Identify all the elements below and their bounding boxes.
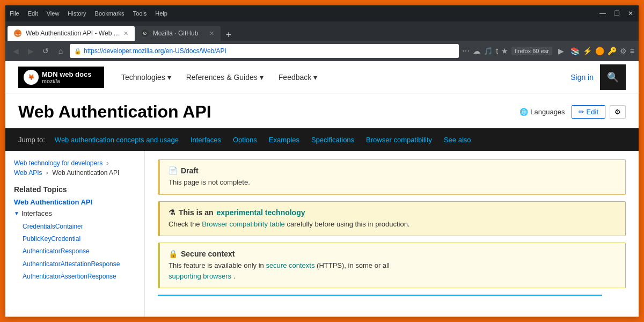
content-area: 📄 Draft This page is not complete. ⚗ Thi… <box>145 151 639 317</box>
page-title: Web Authentication API <box>18 102 211 122</box>
hamburger-icon[interactable]: ≡ <box>630 47 634 55</box>
menu-history[interactable]: History <box>68 10 86 17</box>
tab-2[interactable]: ⊙ Mozilla · GitHub ✕ <box>135 26 221 41</box>
breadcrumb-line2: Web APIs › Web Authentication API <box>14 169 136 177</box>
breadcrumb-parent[interactable]: Web technology for developers <box>14 159 103 167</box>
mdn-logo-icon: 🦊 <box>24 70 39 85</box>
tab-favicon-1: 🦊 <box>14 30 21 37</box>
supporting-browsers-link[interactable]: supporting browsers <box>169 272 231 280</box>
secure-context-title: 🔒 Secure context <box>169 250 617 258</box>
experimental-tech-link[interactable]: experimental technology <box>217 208 305 217</box>
menu-help[interactable]: Help <box>155 10 167 17</box>
tab-close-2[interactable]: ✕ <box>209 30 214 37</box>
sidebar-link-publickey[interactable]: PublicKeyCredential <box>14 233 136 245</box>
breadcrumb: Web technology for developers › <box>14 159 136 167</box>
mdn-nav: Technologies ▾ References & Guides ▾ Fee… <box>115 69 324 86</box>
key-icon[interactable]: 🔑 <box>608 47 617 55</box>
tab-icon[interactable]: t <box>496 47 498 55</box>
pocket-icon[interactable]: ☁ <box>473 47 480 55</box>
forward-button[interactable]: ▶ <box>25 47 36 55</box>
back-button[interactable]: ◀ <box>10 47 21 55</box>
minimize-button[interactable]: — <box>599 10 606 17</box>
url-text[interactable]: https://developer.mozilla.org/en-US/docs… <box>84 47 226 55</box>
sidebar-link-credentials[interactable]: CredentialsContainer <box>14 221 136 233</box>
jump-concepts[interactable]: Web authentication concepts and usage <box>50 136 183 144</box>
tab-1[interactable]: 🦊 Web Authentication API - Web ... ✕ <box>8 26 135 41</box>
page-title-area: Web Authentication API 🌐 Languages ✏ Edi… <box>5 93 639 128</box>
page-actions: 🌐 Languages ✏ Edit ⚙ <box>519 105 626 119</box>
chevron-down-icon: ▾ <box>167 73 171 82</box>
sign-in-button[interactable]: Sign in <box>570 73 594 82</box>
bookmark-icon[interactable]: ★ <box>501 47 508 55</box>
bolt-icon[interactable]: ⚡ <box>583 47 592 55</box>
maximize-button[interactable]: ❐ <box>613 10 620 17</box>
home-button[interactable]: ⌂ <box>55 47 67 55</box>
jump-to-label: Jump to: <box>18 136 45 144</box>
address-bar: ◀ ▶ ↺ ⌂ 🔒 https://developer.mozilla.org/… <box>5 41 639 61</box>
library-icon[interactable]: 📚 <box>570 47 580 55</box>
breadcrumb-apis[interactable]: Web APIs <box>14 169 42 177</box>
browser-compat-table-link[interactable]: Browser compatibility table <box>202 220 285 228</box>
address-actions: ⋯ ☁ 🎵 t ★ <box>462 47 508 55</box>
close-button[interactable]: ✕ <box>627 10 634 17</box>
menu-file[interactable]: File <box>10 10 19 17</box>
nav-technologies[interactable]: Technologies ▾ <box>115 69 178 86</box>
experimental-notice-title: ⚗ This is an experimental technology <box>169 208 617 217</box>
menu-bar[interactable]: File Edit View History Bookmarks Tools H… <box>10 10 167 17</box>
jump-specifications[interactable]: Specifications <box>307 136 358 144</box>
settings-button[interactable]: ⚙ <box>610 105 626 119</box>
ssl-lock-icon: 🔒 <box>74 48 82 55</box>
mdn-logo[interactable]: 🦊 MDN web docs mozi//a <box>18 67 104 88</box>
tab-favicon-2: ⊙ <box>141 30 149 37</box>
mdn-logo-text: MDN web docs mozi//a <box>42 70 91 84</box>
draft-notice-text: This page is not complete. <box>169 177 617 188</box>
sidebar-link-authenticator[interactable]: AuthenticatorResponse <box>14 245 136 258</box>
tab-bar: 🦊 Web Authentication API - Web ... ✕ ⊙ M… <box>5 21 639 41</box>
reload-button[interactable]: ↺ <box>40 47 52 55</box>
window-controls[interactable]: — ❐ ✕ <box>599 10 634 17</box>
new-tab-button[interactable]: + <box>223 30 235 41</box>
firefox-badge[interactable]: firefox 60 esr <box>511 47 552 55</box>
menu-edit[interactable]: Edit <box>28 10 38 17</box>
url-bar[interactable]: 🔒 https://developer.mozilla.org/en-US/do… <box>70 44 459 58</box>
gear-icon-page: ⚙ <box>614 108 621 116</box>
sidebar-interfaces-header: ▼ Interfaces <box>14 209 136 217</box>
breadcrumb-separator-1: › <box>107 159 109 167</box>
jump-options[interactable]: Options <box>229 136 261 144</box>
search-button[interactable]: 🔍 <box>600 64 626 90</box>
related-topics-title: Related Topics <box>14 185 136 194</box>
container2-icon[interactable]: 🟠 <box>595 47 604 55</box>
experimental-notice-text: Check the Browser compatibility table ca… <box>169 219 617 230</box>
jump-bar: Jump to: Web authentication concepts and… <box>5 128 639 151</box>
jump-browser-compat[interactable]: Browser compatibility <box>362 136 436 144</box>
jump-interfaces[interactable]: Interfaces <box>186 136 225 144</box>
expand-arrow-icon[interactable]: ▼ <box>14 210 19 216</box>
sidebar-link-assertion[interactable]: AuthenticatorAssertionResponse <box>14 270 136 283</box>
sidebar-link-attestation[interactable]: AuthenticatorAttestationResponse <box>14 258 136 270</box>
chevron-down-icon-3: ▾ <box>313 73 317 82</box>
flask-icon: ⚗ <box>169 208 175 217</box>
tab-label-2: Mozilla · GitHub <box>153 30 199 37</box>
gear-icon[interactable]: ⚙ <box>620 47 627 55</box>
menu-view[interactable]: View <box>47 10 60 17</box>
edit-button[interactable]: ✏ Edit <box>572 105 605 119</box>
nav-references[interactable]: References & Guides ▾ <box>180 69 270 86</box>
sidebar-web-auth-link[interactable]: Web Authentication API <box>14 198 136 206</box>
tab-close-1[interactable]: ✕ <box>123 30 128 37</box>
draft-icon: 📄 <box>169 166 178 175</box>
container-icon[interactable]: 🎵 <box>484 47 493 55</box>
pencil-icon: ✏ <box>579 108 584 116</box>
forward-nav[interactable]: ▶ <box>555 47 567 55</box>
nav-feedback[interactable]: Feedback ▾ <box>272 69 324 86</box>
languages-button[interactable]: 🌐 Languages <box>519 108 565 116</box>
menu-bookmarks[interactable]: Bookmarks <box>95 10 125 17</box>
menu-tools[interactable]: Tools <box>133 10 147 17</box>
overflow-button[interactable]: ⋯ <box>462 47 470 55</box>
jump-examples[interactable]: Examples <box>265 136 304 144</box>
tab-label-1: Web Authentication API - Web ... <box>26 30 119 37</box>
secure-contexts-link[interactable]: secure contexts <box>266 261 314 269</box>
jump-see-also[interactable]: See also <box>440 136 475 144</box>
experimental-notice: ⚗ This is an experimental technology Che… <box>158 201 626 237</box>
search-icon: 🔍 <box>607 71 619 83</box>
lock-icon: 🔒 <box>169 250 178 258</box>
